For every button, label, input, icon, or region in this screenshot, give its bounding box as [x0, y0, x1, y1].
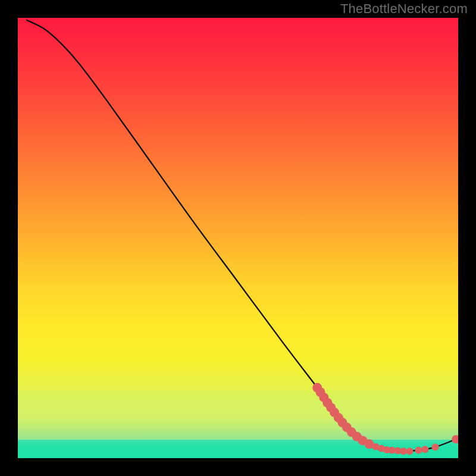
curve-svg — [18, 18, 458, 458]
marker-point — [415, 447, 422, 454]
marker-point — [432, 444, 439, 451]
marker-point — [400, 447, 407, 455]
chart-frame: TheBottleNecker.com — [0, 0, 476, 476]
marker-point — [406, 447, 414, 455]
watermark-text: TheBottleNecker.com — [340, 1, 468, 17]
bottleneck-curve — [27, 20, 456, 452]
plot-area — [18, 18, 458, 458]
marker-point — [422, 446, 429, 453]
marker-point — [452, 435, 458, 443]
marker-group — [312, 383, 458, 455]
